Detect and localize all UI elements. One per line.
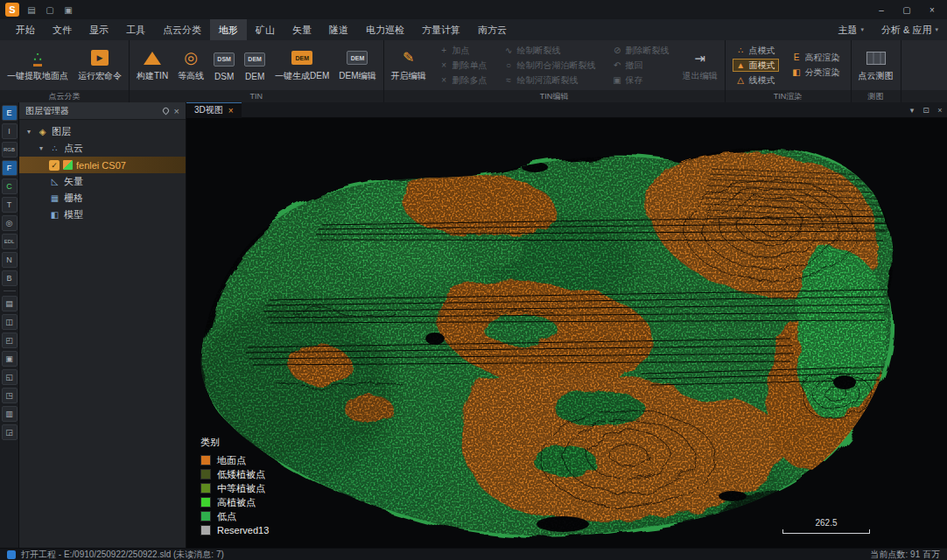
pointcloud-mapping-button[interactable]: 点云测图: [854, 42, 898, 88]
strip-button-i[interactable]: I: [2, 123, 18, 139]
classification-render-button[interactable]: ◧ 分类渲染: [789, 66, 844, 80]
legend-color-chip: [200, 483, 211, 494]
menu-tab-vector[interactable]: 矢量: [284, 19, 320, 41]
menu-tab-display[interactable]: 显示: [81, 19, 117, 41]
strip-tool-6-icon[interactable]: ◳: [2, 388, 18, 403]
strip-tool-8-icon[interactable]: ◲: [2, 424, 18, 440]
layer-checkbox[interactable]: ✓: [49, 160, 60, 171]
button-label: 删除断裂线: [626, 45, 670, 57]
pointcloud-icon: ∴: [49, 144, 60, 153]
pin-icon[interactable]: [161, 107, 170, 116]
theme-menu[interactable]: 主题 ▾: [830, 24, 873, 37]
strip-button-n[interactable]: N: [2, 252, 18, 268]
generate-dem-button[interactable]: DEM 一键生成DEM: [270, 42, 333, 88]
tree-item-label: 图层: [52, 125, 71, 138]
menu-tab-pointcloud-classification[interactable]: 点云分类: [154, 19, 210, 41]
tab-close-icon[interactable]: ×: [228, 106, 234, 116]
tree-item-vector[interactable]: ◺ 矢量: [19, 173, 186, 190]
strip-tool-4-icon[interactable]: ▣: [2, 351, 18, 367]
strip-tool-1-icon[interactable]: ▤: [2, 296, 18, 312]
scale-value: 262.5: [782, 518, 870, 528]
strip-button-target-icon[interactable]: ◎: [2, 215, 18, 231]
message-icon[interactable]: [7, 550, 16, 559]
pane-chevron-down-icon[interactable]: ▾: [905, 106, 919, 115]
strip-button-t[interactable]: T: [2, 197, 18, 213]
button-label: 绘制河流断裂线: [517, 74, 579, 87]
legend-row: 高植被点: [200, 495, 269, 509]
dem-edit-button[interactable]: DEM DEM编辑: [334, 42, 380, 88]
expander-icon[interactable]: ▾: [37, 144, 46, 152]
menu-tab-home[interactable]: 开始: [7, 19, 44, 41]
strip-tool-5-icon[interactable]: ◱: [2, 369, 18, 385]
macro-run-icon: ▶: [91, 50, 109, 66]
legend-label: 低矮植被点: [217, 468, 265, 481]
save-file-icon[interactable]: ▣: [62, 5, 74, 15]
menu-tab-powerline-inspection[interactable]: 电力巡检: [357, 19, 413, 41]
delete-single-point-button[interactable]: × 删除单点: [436, 59, 491, 72]
draw-closed-lake-breakline-button[interactable]: ○ 绘制闭合湖泊断裂线: [501, 59, 600, 72]
strip-tool-2-icon[interactable]: ◫: [2, 314, 18, 330]
pane-restore-icon[interactable]: ⊡: [919, 106, 933, 115]
strip-button-b[interactable]: B: [2, 270, 18, 286]
button-label: 绘制断裂线: [517, 45, 561, 57]
menu-tab-mining[interactable]: 矿山: [247, 19, 284, 41]
face-mode-button[interactable]: ▲ 面模式: [733, 59, 779, 72]
strip-button-e[interactable]: E: [2, 105, 18, 121]
minimize-button[interactable]: –: [872, 5, 891, 15]
close-button[interactable]: ×: [922, 5, 942, 15]
dem-button[interactable]: DEM DEM: [240, 42, 270, 88]
pane-close-icon[interactable]: ×: [933, 106, 947, 115]
start-edit-button[interactable]: ✎ 开启编辑: [387, 42, 431, 88]
button-label: 删除多点: [452, 74, 488, 87]
menu-tab-south-cloud[interactable]: 南方云: [469, 19, 516, 41]
delete-breakline-button[interactable]: ⊘ 删除断裂线: [609, 44, 673, 57]
tree-item-model[interactable]: ◧ 模型: [19, 206, 186, 223]
classification-render-icon: ◧: [792, 68, 802, 77]
menu-tab-tunnel[interactable]: 隧道: [320, 19, 357, 41]
legend-color-chip: [200, 511, 211, 522]
ribbon-group-mapping: 点云测图 测图: [852, 40, 901, 102]
tab-3d-view[interactable]: 3D视图 ×: [186, 102, 242, 118]
3d-viewport[interactable]: 类别 地面点 低矮植被点 中等植被点 高植被点: [186, 118, 947, 548]
analysis-app-menu[interactable]: 分析 & 应用 ▾: [873, 24, 947, 37]
strip-tool-3-icon[interactable]: ◰: [2, 332, 18, 348]
new-file-icon[interactable]: ▤: [25, 5, 38, 15]
maximize-button[interactable]: ▢: [897, 5, 916, 15]
draw-breakline-button[interactable]: ∿ 绘制断裂线: [501, 44, 600, 57]
strip-button-rgb[interactable]: RGB: [2, 142, 18, 158]
menu-tab-terrain[interactable]: 地形: [210, 19, 247, 41]
elevation-render-button[interactable]: E 高程渲染: [789, 52, 844, 65]
strip-button-edl[interactable]: EDL: [2, 234, 18, 249]
ribbon-group-label: TIN编辑: [384, 90, 725, 102]
title-bar: S ▤ ▢ ▣ – ▢ ×: [0, 0, 947, 19]
tree-item-layers[interactable]: ▾ ◈ 图层: [19, 123, 186, 140]
strip-button-f[interactable]: F: [2, 160, 18, 176]
draw-river-breakline-button[interactable]: ≈ 绘制河流断裂线: [501, 74, 600, 87]
undo-button[interactable]: ↶ 撤回: [609, 59, 673, 72]
tree-item-pointcloud[interactable]: ▾ ∴ 点云: [19, 140, 186, 157]
save-button[interactable]: ▣ 保存: [609, 74, 673, 87]
extract-ground-points-button[interactable]: ∴ 一键提取地面点: [3, 42, 73, 88]
exit-edit-button[interactable]: ⇥ 退出编辑: [678, 42, 722, 88]
build-tin-button[interactable]: 构建TIN: [132, 42, 172, 88]
breakline-icon: ∿: [504, 46, 514, 55]
tree-item-raster[interactable]: ▦ 栅格: [19, 190, 186, 206]
contour-button[interactable]: ◎ 等高线: [173, 42, 208, 88]
menu-tab-volume-calculation[interactable]: 方量计算: [413, 19, 469, 41]
add-point-button[interactable]: + 加点: [436, 44, 491, 57]
panel-close-icon[interactable]: ×: [174, 106, 179, 116]
dsm-button[interactable]: DSM DSM: [209, 42, 239, 88]
menu-tab-tools[interactable]: 工具: [117, 19, 154, 41]
strip-button-c[interactable]: C: [2, 178, 18, 194]
run-macro-button[interactable]: ▶ 运行宏命令: [74, 42, 126, 88]
delete-multiple-points-button[interactable]: × 删除多点: [436, 74, 491, 87]
strip-tool-7-icon[interactable]: ▥: [2, 406, 18, 422]
scale-line: [782, 529, 870, 534]
line-mode-button[interactable]: △ 线模式: [733, 74, 779, 87]
button-label: 绘制闭合湖泊断裂线: [517, 60, 596, 72]
menu-tab-file[interactable]: 文件: [44, 19, 81, 41]
open-file-icon[interactable]: ▢: [44, 5, 56, 15]
point-mode-button[interactable]: ∴ 点模式: [733, 44, 779, 57]
tree-item-fenlei-cs07[interactable]: ✓ fenlei CS07: [19, 157, 186, 173]
expander-icon[interactable]: ▾: [25, 128, 33, 136]
